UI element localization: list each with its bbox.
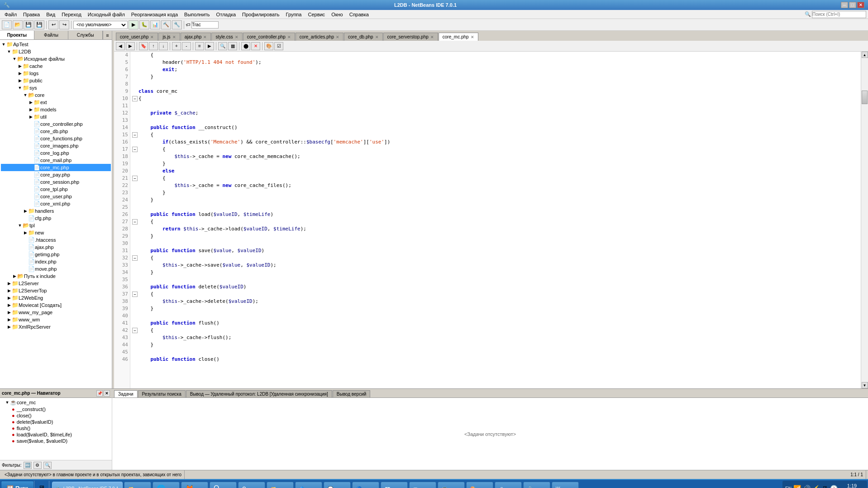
tree-item[interactable]: ▼📂 Исходные файлы: [1, 55, 111, 62]
tree-item[interactable]: ▶📄 ajax.php: [1, 244, 111, 251]
close-button[interactable]: ✕: [857, 2, 864, 8]
collapse-marker[interactable]: −: [132, 96, 138, 101]
collapse-marker[interactable]: −: [132, 292, 138, 297]
expand-icon[interactable]: ▶: [6, 296, 12, 300]
tree-item[interactable]: ▶📄 core_xml.php: [1, 200, 111, 207]
expand-icon[interactable]: ▶: [23, 230, 28, 235]
menu-window[interactable]: Окно: [329, 10, 346, 19]
expand-icon[interactable]: ▶: [17, 78, 23, 83]
tab-close-btn[interactable]: ✕: [203, 35, 207, 39]
palette-btn[interactable]: 🎨: [264, 42, 273, 50]
code-line[interactable]: }: [132, 196, 861, 204]
code-line[interactable]: − {: [132, 175, 861, 182]
tree-item[interactable]: ▶📄 core_controller.php: [1, 120, 111, 128]
taskbar-netbeans[interactable]: 🔧 L2DB - NetBeans IDE 7.0.1: [52, 482, 123, 488]
menu-help[interactable]: Справка: [347, 10, 372, 19]
menu-navigate[interactable]: Переход: [59, 10, 84, 19]
nav-method-item[interactable]: ●close(): [1, 412, 111, 419]
run-config-combo[interactable]: <no умолчанию>: [73, 21, 128, 29]
expand-icon[interactable]: ▶: [6, 281, 12, 286]
navigator-close-btn[interactable]: ✕: [104, 390, 110, 397]
tree-item[interactable]: ▶📁 L2ServerTop: [1, 287, 111, 294]
menu-run[interactable]: Выполнить: [181, 10, 212, 19]
scroll-down-btn[interactable]: ▼: [862, 382, 868, 388]
bottom-tab[interactable]: Задачи: [114, 390, 138, 397]
vertical-scrollbar[interactable]: ▲ ▼: [861, 52, 868, 388]
build-btn[interactable]: 🔨: [161, 20, 171, 29]
expand-icon[interactable]: ▶: [6, 303, 12, 307]
undo-btn[interactable]: ↩: [48, 20, 58, 29]
code-line[interactable]: [132, 276, 861, 283]
taskbar-folder2[interactable]: 📁: [267, 482, 294, 488]
format-btn[interactable]: ≡: [195, 42, 204, 50]
tree-item[interactable]: ▶📂 Путь к include: [1, 273, 111, 280]
show-desktop-btn[interactable]: 🖥: [37, 484, 46, 488]
expand-icon[interactable]: ▼: [12, 57, 17, 61]
code-line[interactable]: − {: [132, 254, 861, 262]
code-content[interactable]: { header('HTTP/1.1 404 not found'); exit…: [130, 52, 861, 388]
taskbar-explorer[interactable]: 📁: [124, 482, 151, 488]
panel-options-btn[interactable]: ≡: [103, 31, 112, 39]
taskbar-app4[interactable]: 🔷: [295, 482, 322, 488]
code-line[interactable]: $this->_cache->save($value, $valueID);: [132, 262, 861, 269]
maximize-button[interactable]: □: [849, 2, 856, 8]
tree-item[interactable]: ▶📁 new: [1, 229, 111, 236]
menu-refactor[interactable]: Реорганизация кода: [129, 10, 181, 19]
menu-view[interactable]: Вид: [43, 10, 58, 19]
filter-btn-1[interactable]: 🔤: [24, 462, 32, 469]
code-line[interactable]: if(class_exists('Memcache') && core_cont…: [132, 139, 861, 146]
menu-source[interactable]: Исходный файл: [85, 10, 128, 19]
taskbar-photoshop[interactable]: 🎨: [466, 482, 493, 488]
code-tab[interactable]: core_db.php✕: [344, 33, 383, 41]
tray-icon-1[interactable]: 📶: [793, 485, 801, 488]
tree-item[interactable]: ▶📁 www_wm: [1, 316, 111, 323]
filter-btn-3[interactable]: 🔍: [43, 462, 52, 469]
minimize-button[interactable]: ─: [841, 2, 848, 8]
filter-btn-2[interactable]: ⚙: [33, 462, 42, 469]
expand-icon[interactable]: ▼: [23, 93, 28, 97]
go-forward-btn[interactable]: ▶: [126, 42, 135, 50]
tab-close-btn[interactable]: ✕: [150, 35, 154, 39]
code-line[interactable]: − {: [132, 218, 861, 225]
new-project-btn[interactable]: 📄: [2, 20, 12, 29]
collapse-marker[interactable]: −: [132, 176, 138, 181]
tree-item[interactable]: ▶📄 core_db.php: [1, 128, 111, 135]
taskbar-app12[interactable]: 🔒: [523, 482, 550, 488]
tab-projects[interactable]: Проекты: [0, 31, 34, 39]
tree-item[interactable]: ▶📄 core_mail.php: [1, 157, 111, 164]
collapse-marker[interactable]: −: [132, 147, 138, 152]
redo-btn[interactable]: ↪: [59, 20, 69, 29]
tree-item[interactable]: ▼📁 L2DB: [1, 48, 111, 55]
tasks-btn[interactable]: ☑: [274, 42, 283, 50]
tree-item[interactable]: ▼📁 ApTest: [1, 41, 111, 48]
taskbar-app8[interactable]: 🗃: [409, 482, 436, 488]
code-line[interactable]: [132, 81, 861, 88]
collapse-marker[interactable]: −: [132, 328, 138, 333]
code-line[interactable]: public function save($value, $valueID): [132, 247, 861, 254]
tree-item[interactable]: ▶📄 cfg.php: [1, 215, 111, 222]
tab-files[interactable]: Файлы: [34, 31, 69, 39]
tree-item[interactable]: ▶📁 ext: [1, 99, 111, 106]
code-line[interactable]: [132, 102, 861, 110]
tree-item[interactable]: ▶📁 public: [1, 77, 111, 84]
taskbar-opera[interactable]: O: [210, 482, 237, 488]
expand-icon[interactable]: ▶: [12, 274, 17, 278]
tree-item[interactable]: ▶📁 L2Server: [1, 280, 111, 287]
collapse-marker[interactable]: −: [132, 219, 138, 225]
code-line[interactable]: [132, 349, 861, 356]
tree-item[interactable]: ▶📄 getimg.php: [1, 251, 111, 258]
tree-item[interactable]: ▶📄 core_mc.php: [1, 164, 111, 171]
collapse-marker[interactable]: −: [132, 255, 138, 261]
tray-icon-2[interactable]: 🔊: [803, 485, 811, 488]
taskbar-word[interactable]: W: [552, 482, 579, 488]
tray-icon-3[interactable]: ⚡: [812, 485, 820, 488]
tree-item[interactable]: ▶📄 core_user.php: [1, 193, 111, 200]
menu-tools[interactable]: Сервис: [305, 10, 328, 19]
code-line[interactable]: }: [132, 160, 861, 167]
navigator-pin-btn[interactable]: 📌: [96, 390, 103, 397]
tab-close-btn[interactable]: ✕: [336, 35, 339, 39]
code-line[interactable]: public function __construct(): [132, 124, 861, 131]
tree-item[interactable]: ▶📄 core_log.php: [1, 149, 111, 157]
clean-build-btn[interactable]: 🔧: [172, 20, 182, 29]
code-line[interactable]: }: [132, 341, 861, 349]
